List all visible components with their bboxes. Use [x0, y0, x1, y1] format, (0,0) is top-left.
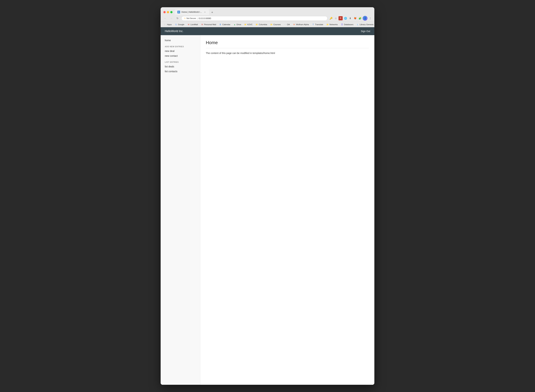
app-header: HelloWorld Inc. Sign Out: [161, 27, 374, 35]
bookmark-k2vc[interactable]: 📁 K2VC: [243, 23, 254, 26]
tab-close-button[interactable]: ×: [204, 11, 206, 14]
bookmark-personal-mail-label: Personal Mail: [204, 23, 216, 26]
bookmark-columbia-label: Columbia: [259, 23, 267, 26]
bookmarks-bar: ⋮⋮ Apps G Google M LionMail M Personal M…: [161, 22, 374, 27]
bookmark-databases[interactable]: 🗄 Databases: [339, 23, 355, 26]
bookmark-courses[interactable]: 📁 Courses: [269, 23, 282, 26]
star-icon[interactable]: ☆: [334, 16, 338, 20]
bookmark-drive[interactable]: ▲ Drive: [232, 23, 242, 26]
sidebar-section-list-header: LIST ENTRIES: [161, 58, 200, 64]
address-bar[interactable]: ⚠ Not Secure | 0.0.0.0:8080: [181, 16, 327, 21]
key-icon[interactable]: 🔑: [329, 16, 333, 20]
sign-out-button[interactable]: Sign Out: [361, 30, 370, 33]
bookmark-drive-label: Drive: [237, 23, 241, 26]
sidebar: home ADD NEW ENTRIES new deal new contac…: [161, 35, 200, 385]
reload-button[interactable]: ↻: [175, 16, 180, 21]
translate-icon: T: [312, 23, 314, 26]
bookmark-k2vc-label: K2VC: [247, 23, 252, 26]
bookmark-databases-label: Databases: [344, 23, 353, 26]
app-body: home ADD NEW ENTRIES new deal new contac…: [161, 35, 374, 385]
bookmark-translate[interactable]: T Translate: [311, 23, 325, 26]
courses-icon: 📁: [270, 23, 273, 26]
bookmark-libgen[interactable]: L Library Genesis: [355, 23, 374, 26]
nav-bar: ← → ↻ ⚠ Not Secure | 0.0.0.0:8080 🔑 ☆ R …: [161, 15, 374, 22]
bookmark-networks[interactable]: 📁 Networks: [325, 23, 339, 26]
databases-icon: 🗄: [341, 23, 343, 26]
app-brand: HelloWorld Inc.: [165, 30, 183, 33]
security-indicator: ⚠ Not Secure: [184, 17, 196, 19]
bookmark-wolfram[interactable]: W Wolfram Alpha: [291, 23, 310, 26]
bookmark-libgen-label: Library Genesis: [359, 23, 373, 26]
bookmark-lionmail-label: LionMail: [191, 23, 198, 26]
columbia-icon: 📁: [256, 23, 258, 26]
wolfram-icon: W: [293, 23, 295, 26]
title-bar: H Home | HelloWorld Inc. CRM × +: [161, 7, 374, 15]
google-icon: G: [175, 23, 177, 26]
profile-icon[interactable]: 👤: [363, 16, 368, 21]
sidebar-section-add-header: ADD NEW ENTRIES: [161, 43, 200, 49]
sidebar-item-list-contacts[interactable]: list contacts: [161, 69, 200, 74]
bookmark-oa[interactable]: ⋯ OA: [283, 23, 291, 26]
extension2-icon[interactable]: 🌐: [343, 16, 348, 20]
nav-icons: 🔑 ☆ R 🌐 ⬇ 🦊 🧩 👤 ⋮: [329, 16, 372, 21]
close-button[interactable]: [163, 11, 166, 13]
bookmark-wolfram-label: Wolfram Alpha: [296, 23, 309, 26]
calendar-icon: 🗓: [219, 23, 222, 26]
back-button[interactable]: ←: [163, 16, 167, 21]
bookmark-calendar-label: Calendar: [222, 23, 230, 26]
active-tab[interactable]: H Home | HelloWorld Inc. CRM ×: [175, 9, 209, 15]
page-description: The content of this page can be modified…: [206, 52, 369, 55]
extension5-icon[interactable]: 🧩: [358, 16, 362, 20]
sidebar-item-list-deals[interactable]: list deals: [161, 64, 200, 69]
address-separator: |: [197, 17, 198, 20]
more-menu-icon[interactable]: ⋮: [368, 16, 372, 20]
networks-icon: 📁: [326, 23, 329, 26]
extension3-icon[interactable]: ⬇: [348, 16, 352, 20]
minimize-button[interactable]: [167, 11, 169, 13]
sidebar-item-new-contact[interactable]: new contact: [161, 53, 200, 58]
browser-window: H Home | HelloWorld Inc. CRM × + ← → ↻ ⚠…: [161, 7, 374, 385]
bookmark-personal-mail[interactable]: M Personal Mail: [200, 23, 218, 26]
maximize-button[interactable]: [170, 11, 172, 13]
app-container: HelloWorld Inc. Sign Out home ADD NEW EN…: [161, 27, 374, 385]
main-content: Home The content of this page can be mod…: [200, 35, 374, 385]
apps-icon: ⋮⋮: [164, 23, 167, 26]
sidebar-item-home[interactable]: home: [161, 38, 200, 43]
bookmark-google[interactable]: G Google: [173, 23, 186, 26]
bookmark-calendar[interactable]: 🗓 Calendar: [218, 23, 232, 26]
forward-button[interactable]: →: [169, 16, 174, 21]
tab-title: Home | HelloWorld Inc. CRM: [181, 11, 202, 13]
page-title: Home: [206, 40, 369, 45]
bookmark-lionmail[interactable]: M LionMail: [186, 23, 199, 26]
k2vc-icon: 📁: [244, 23, 247, 26]
libgen-icon: L: [356, 23, 359, 26]
security-label: Not Secure: [186, 17, 196, 19]
oa-icon: ⋯: [284, 23, 286, 26]
personal-mail-icon: M: [201, 23, 203, 26]
bookmark-translate-label: Translate: [315, 23, 323, 26]
extension1-icon[interactable]: R: [339, 16, 343, 20]
tab-bar: H Home | HelloWorld Inc. CRM × +: [175, 9, 372, 15]
lionmail-icon: M: [187, 23, 190, 26]
drive-icon: ▲: [233, 23, 236, 26]
new-tab-button[interactable]: +: [210, 10, 214, 15]
warning-icon: ⚠: [184, 17, 186, 19]
bookmark-networks-label: Networks: [330, 23, 338, 26]
extension4-icon[interactable]: 🦊: [353, 16, 357, 20]
bookmark-oa-label: OA: [287, 23, 290, 26]
sidebar-item-new-deal[interactable]: new deal: [161, 49, 200, 53]
address-text: 0.0.0.0:8080: [199, 17, 211, 20]
bookmark-columbia[interactable]: 📁 Columbia: [254, 23, 269, 26]
tab-favicon: H: [177, 11, 180, 14]
bookmark-apps[interactable]: ⋮⋮ Apps: [163, 23, 173, 26]
bookmark-apps-label: Apps: [167, 23, 172, 26]
traffic-lights: [163, 11, 172, 13]
bookmark-google-label: Google: [178, 23, 184, 26]
bookmark-courses-label: Courses: [273, 23, 281, 26]
